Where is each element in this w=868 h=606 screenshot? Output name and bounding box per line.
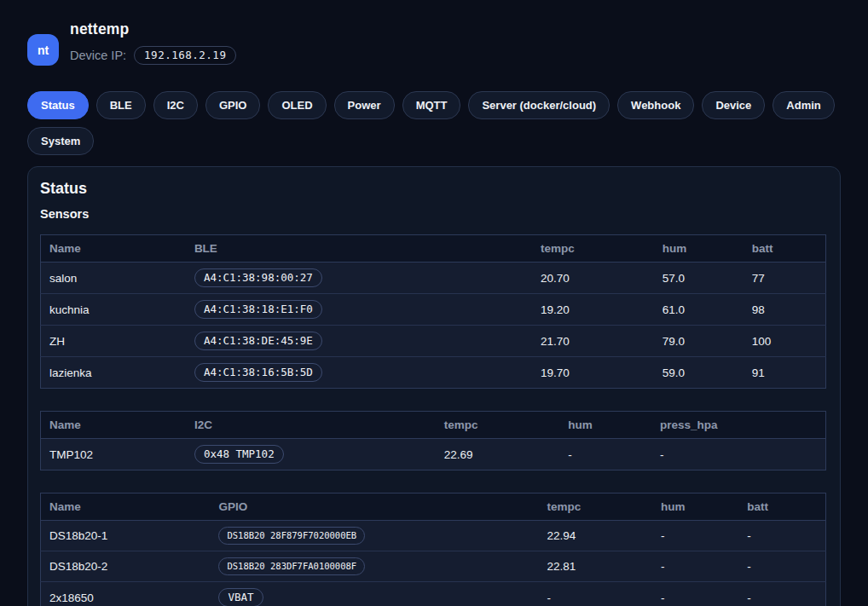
table-row: DS18b20-1 DS18B20 28F879F7020000EB 22.94… xyxy=(41,521,826,551)
sensor-name: 2x18650 xyxy=(41,582,211,606)
batt-value: - xyxy=(738,582,825,606)
sensor-name: DS18b20-1 xyxy=(41,521,211,551)
panel-title: Status xyxy=(40,180,826,198)
tab-power[interactable]: Power xyxy=(334,91,395,119)
sensor-name: ZH xyxy=(41,326,186,357)
column-header-hum: hum xyxy=(559,412,651,439)
tab-server[interactable]: Server (docker/cloud) xyxy=(468,91,610,119)
panel-subtitle: Sensors xyxy=(40,207,826,221)
sensor-name: lazienka xyxy=(41,357,186,389)
tempc-value: 19.20 xyxy=(532,294,654,326)
hum-value: 59.0 xyxy=(654,357,744,389)
column-header-name: Name xyxy=(41,412,186,439)
table-row: DS18b20-2 DS18B20 283DF7FA0100008F 22.81… xyxy=(41,551,826,582)
tab-oled[interactable]: OLED xyxy=(268,91,326,119)
column-header-batt: batt xyxy=(744,235,826,263)
hum-value: 61.0 xyxy=(654,294,744,326)
column-header-batt: batt xyxy=(738,493,825,521)
table-header-row: Name GPIO tempc hum batt xyxy=(41,493,826,521)
column-header-gpio: GPIO xyxy=(210,493,538,521)
tab-system[interactable]: System xyxy=(27,127,94,155)
tempc-value: 19.70 xyxy=(532,357,654,389)
tempc-value: 22.69 xyxy=(436,439,560,470)
table-row: ZH A4:C1:38:DE:45:9E 21.70 79.0 100 xyxy=(41,326,826,357)
table-row: lazienka A4:C1:38:16:5B:5D 19.70 59.0 91 xyxy=(41,357,826,389)
tab-ble[interactable]: BLE xyxy=(96,91,146,119)
tab-admin[interactable]: Admin xyxy=(773,91,834,119)
hum-value: - xyxy=(652,551,738,582)
hum-value: - xyxy=(652,521,738,551)
sensor-id-badge: 0x48 TMP102 xyxy=(194,445,284,464)
tempc-value: 20.70 xyxy=(532,263,654,294)
tempc-value: 21.70 xyxy=(532,326,654,357)
column-header-i2c: I2C xyxy=(186,412,436,439)
tab-device[interactable]: Device xyxy=(702,91,765,119)
table-row: TMP102 0x48 TMP102 22.69 - - xyxy=(41,439,826,470)
column-header-tempc: tempc xyxy=(538,493,652,521)
table-row: salon A4:C1:38:98:00:27 20.70 57.0 77 xyxy=(41,263,826,294)
column-header-name: Name xyxy=(41,235,186,263)
column-header-press-hpa: press_hpa xyxy=(651,412,825,439)
batt-value: 98 xyxy=(744,294,826,326)
hum-value: 79.0 xyxy=(654,326,744,357)
batt-value: - xyxy=(738,521,825,551)
header-text: nettemp Device IP: 192.168.2.19 xyxy=(70,20,236,65)
table-row: kuchnia A4:C1:38:18:E1:F0 19.20 61.0 98 xyxy=(41,294,826,326)
batt-value: - xyxy=(738,551,825,582)
device-ip-value: 192.168.2.19 xyxy=(134,46,236,65)
table-header-row: Name BLE tempc hum batt xyxy=(41,235,826,263)
batt-value: 100 xyxy=(744,326,826,357)
tab-mqtt[interactable]: MQTT xyxy=(402,91,461,119)
hum-value: - xyxy=(559,439,651,470)
i2c-sensor-table: Name I2C tempc hum press_hpa TMP102 0x48… xyxy=(40,411,826,470)
batt-value: 77 xyxy=(744,263,826,294)
hum-value: 57.0 xyxy=(654,263,744,294)
sensor-name: kuchnia xyxy=(41,294,186,326)
sensor-name: TMP102 xyxy=(41,439,186,470)
column-header-tempc: tempc xyxy=(436,412,560,439)
device-ip-label: Device IP: xyxy=(70,49,126,62)
sensor-name: salon xyxy=(41,263,186,294)
column-header-hum: hum xyxy=(654,235,744,263)
tempc-value: - xyxy=(538,582,652,606)
sensor-id-badge: A4:C1:38:18:E1:F0 xyxy=(194,300,322,319)
table-row: 2x18650 VBAT - - - xyxy=(41,582,826,606)
tempc-value: 22.81 xyxy=(538,551,652,582)
app-logo: nt xyxy=(27,34,59,66)
tab-bar: Status BLE I2C GPIO OLED Power MQTT Serv… xyxy=(27,91,841,155)
gpio-sensor-table: Name GPIO tempc hum batt DS18b20-1 DS18B… xyxy=(40,493,826,606)
page: nt nettemp Device IP: 192.168.2.19 Statu… xyxy=(0,0,868,606)
sensor-id-badge: DS18B20 283DF7FA0100008F xyxy=(218,557,365,575)
column-header-ble: BLE xyxy=(186,235,532,263)
column-header-tempc: tempc xyxy=(532,235,654,263)
tab-i2c[interactable]: I2C xyxy=(153,91,198,119)
tab-webhook[interactable]: Webhook xyxy=(617,91,694,119)
sensor-id-badge: A4:C1:38:98:00:27 xyxy=(194,268,322,287)
app-title: nettemp xyxy=(70,20,236,38)
device-ip-line: Device IP: 192.168.2.19 xyxy=(70,46,236,65)
status-panel: Status Sensors Name BLE tempc hum batt s… xyxy=(27,166,841,606)
sensor-name: DS18b20-2 xyxy=(41,551,211,582)
column-header-hum: hum xyxy=(652,493,738,521)
table-header-row: Name I2C tempc hum press_hpa xyxy=(41,412,826,439)
tempc-value: 22.94 xyxy=(538,521,652,551)
sensor-id-badge: DS18B20 28F879F7020000EB xyxy=(218,527,365,545)
hum-value: - xyxy=(652,582,738,606)
sensor-id-badge: VBAT xyxy=(218,588,263,606)
sensor-id-badge: A4:C1:38:16:5B:5D xyxy=(194,363,322,382)
tab-status[interactable]: Status xyxy=(27,91,89,119)
batt-value: 91 xyxy=(744,357,826,389)
app-header: nt nettemp Device IP: 192.168.2.19 xyxy=(27,20,841,66)
ble-sensor-table: Name BLE tempc hum batt salon A4:C1:38:9… xyxy=(40,234,826,389)
press-hpa-value: - xyxy=(651,439,825,470)
sensor-id-badge: A4:C1:38:DE:45:9E xyxy=(194,332,322,350)
column-header-name: Name xyxy=(41,493,211,521)
tab-gpio[interactable]: GPIO xyxy=(205,91,261,119)
